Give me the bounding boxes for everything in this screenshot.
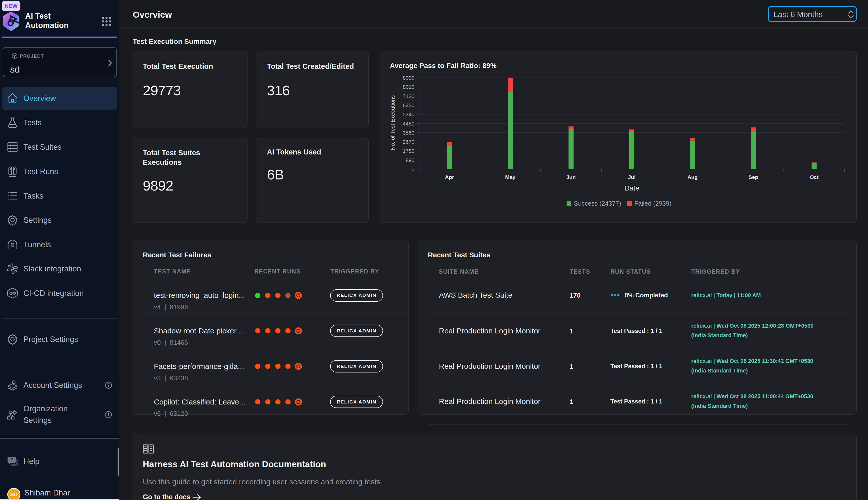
svg-text:8900: 8900	[403, 75, 414, 81]
svg-text:6230: 6230	[403, 102, 414, 108]
svg-text:3560: 3560	[403, 130, 414, 136]
svg-text:Oct: Oct	[810, 174, 818, 180]
svg-text:Jun: Jun	[566, 174, 576, 180]
svg-text:?: ?	[10, 457, 13, 462]
svg-text:Aug: Aug	[688, 174, 698, 180]
svg-text:Date: Date	[624, 184, 639, 192]
svg-text:4450: 4450	[403, 121, 414, 126]
svg-text:5340: 5340	[403, 111, 414, 117]
svg-text:2670: 2670	[403, 139, 414, 145]
svg-text:7120: 7120	[403, 93, 414, 99]
svg-text:Apr: Apr	[445, 174, 454, 180]
svg-text:1780: 1780	[403, 148, 414, 154]
svg-text:0: 0	[411, 166, 414, 172]
svg-text:Average Pass to Fail Ratio: 89: Average Pass to Fail Ratio: 89%	[390, 62, 496, 70]
svg-text:Sep: Sep	[748, 174, 758, 180]
svg-text:890: 890	[406, 157, 414, 163]
svg-text:8010: 8010	[403, 84, 414, 90]
svg-text:Failed (2939): Failed (2939)	[634, 200, 671, 207]
svg-text:No. of Test Executions: No. of Test Executions	[389, 95, 396, 150]
svg-text:Jul: Jul	[628, 174, 636, 180]
svg-text:Success (24377): Success (24377)	[574, 200, 621, 207]
svg-text:May: May	[505, 174, 515, 180]
